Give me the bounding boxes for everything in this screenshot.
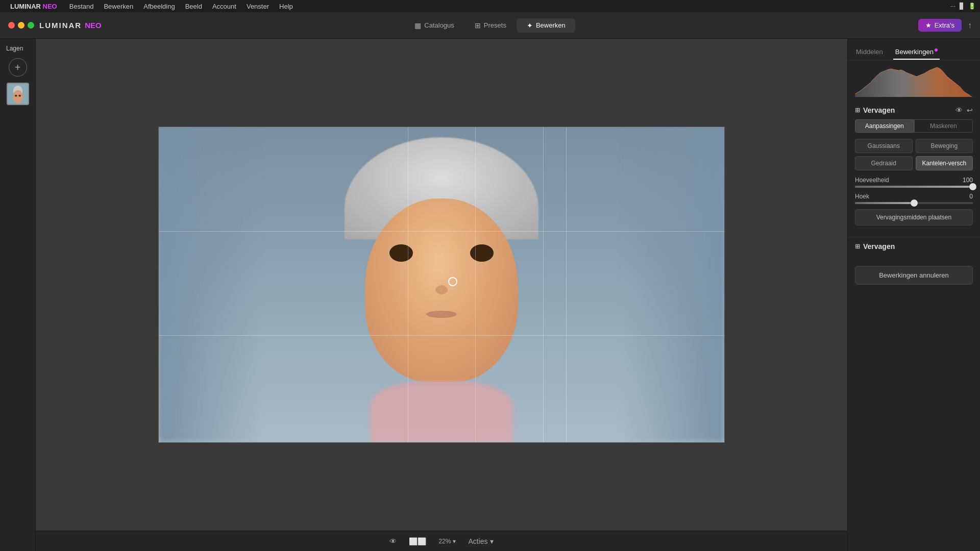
hoek-label-row: Hoek 0 [855, 193, 973, 200]
reset-btn[interactable]: ↩ [967, 106, 973, 114]
right-panel-tabs: Middelen Bewerkingen [848, 39, 980, 60]
catalogus-icon: ▦ [414, 21, 421, 30]
menu-help[interactable]: Help [275, 2, 297, 11]
blur-center-marker[interactable] [448, 277, 457, 286]
app-name: LUMINAR NEO [10, 3, 57, 10]
grid-icon: ⊞ [855, 107, 860, 114]
histogram-chart [854, 64, 974, 97]
zoom-control[interactable]: 22% ▾ [438, 538, 456, 545]
main-layout: Lagen + [0, 39, 980, 551]
right-panel: Middelen Bewerkingen [847, 39, 980, 551]
layers-title: Lagen [0, 45, 23, 52]
bewerkingen-dot [935, 48, 938, 52]
battery-icon: 🔋 [968, 3, 976, 10]
actions-button[interactable]: Acties ▾ [468, 537, 493, 545]
tab-aanpassingen[interactable]: Aanpassingen [855, 119, 914, 133]
hoek-label: Hoek [855, 193, 869, 200]
compare-view-button[interactable]: ⬜⬜ [409, 537, 426, 545]
photo-background [159, 127, 724, 442]
tab-bewerkingen[interactable]: Bewerkingen [893, 45, 940, 60]
hoeveelheid-slider-row: Hoeveelheid 100 [855, 177, 973, 188]
blur-gaussiaans[interactable]: Gaussiaans [855, 139, 913, 153]
share-button[interactable]: ↑ [968, 21, 972, 30]
menubar-right: ··· ▊ 🔋 [950, 3, 976, 10]
hoeveelheid-label-row: Hoeveelheid 100 [855, 177, 973, 184]
menu-bestand[interactable]: Bestand [65, 2, 98, 11]
svg-point-2 [13, 90, 23, 103]
menu-account[interactable]: Account [208, 2, 240, 11]
blur-gedraaid[interactable]: Gedraaid [855, 156, 913, 170]
extras-button[interactable]: ★ Extra's [918, 19, 962, 32]
menu-venster[interactable]: Venster [242, 2, 273, 11]
bewerken-icon: ✦ [527, 21, 533, 30]
left-panel: Lagen + [0, 39, 36, 551]
toolbar-nav: ▦ Catalogus ⊞ Presets ✦ Bewerken [404, 18, 575, 33]
layer-thumb-image [8, 84, 28, 104]
histogram [848, 60, 980, 101]
logo-neo: NEO [85, 21, 102, 30]
hoeveelheid-label: Hoeveelheid [855, 177, 889, 184]
menu-afbeelding[interactable]: Afbeelding [139, 2, 179, 11]
cancel-bewerkingen-button[interactable]: Bewerkingen annuleren [855, 266, 973, 285]
menu-dots[interactable]: ··· [950, 3, 955, 10]
menu-bewerken[interactable]: Bewerken [100, 2, 137, 11]
logo-text: LUMINAR [39, 21, 82, 30]
canvas-area: 👁 ⬜⬜ 22% ▾ Acties ▾ [36, 39, 847, 551]
blur-kantelen[interactable]: Kantelen-versch [916, 156, 973, 170]
close-window-button[interactable] [8, 22, 15, 29]
nav-catalogus[interactable]: ▦ Catalogus [404, 18, 464, 33]
window-controls [8, 22, 34, 29]
visibility-toggle[interactable]: 👁 [389, 537, 397, 545]
section-title: ⊞ Vervagen [855, 106, 895, 114]
zoom-chevron-icon: ▾ [453, 538, 456, 545]
svg-point-4 [18, 95, 21, 97]
blur-beweging[interactable]: Beweging [916, 139, 973, 153]
zoom-value: 22% [438, 538, 451, 545]
svg-point-3 [15, 95, 17, 97]
toolbar-right: ★ Extra's ↑ [918, 19, 972, 32]
toolbar-logo: LUMINAR NEO [8, 21, 102, 30]
canvas-wrapper[interactable] [36, 39, 847, 531]
wifi-icon: ▊ [960, 3, 964, 10]
place-center-button[interactable]: Vervagingsmidden plaatsen [855, 209, 973, 226]
nav-presets[interactable]: ⊞ Presets [464, 18, 517, 33]
toolbar: LUMINAR NEO ▦ Catalogus ⊞ Presets ✦ Bewe… [0, 12, 980, 39]
visibility-btn[interactable]: 👁 [955, 106, 963, 114]
photo-canvas[interactable] [158, 127, 725, 443]
actions-chevron-icon: ▾ [490, 537, 494, 545]
vervagen-section: ⊞ Vervagen 👁 ↩ Aanpassingen Maskeren Gau… [848, 101, 980, 237]
bottom-bar: 👁 ⬜⬜ 22% ▾ Acties ▾ [36, 531, 847, 551]
section-actions: 👁 ↩ [955, 106, 973, 114]
sub-tabs: Aanpassingen Maskeren [855, 119, 973, 133]
vervagen-section-2: ⊞ Vervagen [848, 237, 980, 261]
add-layer-button[interactable]: + [9, 58, 27, 77]
presets-icon: ⊞ [475, 21, 481, 30]
hoek-slider[interactable] [855, 202, 973, 204]
extras-star-icon: ★ [925, 21, 932, 29]
tab-middelen[interactable]: Middelen [854, 45, 885, 60]
hoek-value: 0 [969, 193, 973, 200]
section2-title: ⊞ Vervagen [855, 242, 895, 251]
layer-thumbnail[interactable] [7, 83, 29, 105]
tab-maskeren[interactable]: Maskeren [914, 119, 973, 133]
hoeveelheid-value: 100 [963, 177, 973, 184]
hoek-slider-row: Hoek 0 [855, 193, 973, 204]
hoeveelheid-slider[interactable] [855, 186, 973, 188]
section2-header: ⊞ Vervagen [855, 242, 973, 251]
maximize-window-button[interactable] [28, 22, 34, 29]
grid-icon-2: ⊞ [855, 243, 860, 250]
minimize-window-button[interactable] [18, 22, 24, 29]
blur-type-buttons: Gaussiaans Beweging Gedraaid Kantelen-ve… [855, 139, 973, 170]
nav-bewerken[interactable]: ✦ Bewerken [517, 18, 576, 33]
menu-bar: LUMINAR NEO Bestand Bewerken Afbeelding … [0, 0, 980, 12]
section-header: ⊞ Vervagen 👁 ↩ [855, 106, 973, 114]
menu-beeld[interactable]: Beeld [181, 2, 206, 11]
